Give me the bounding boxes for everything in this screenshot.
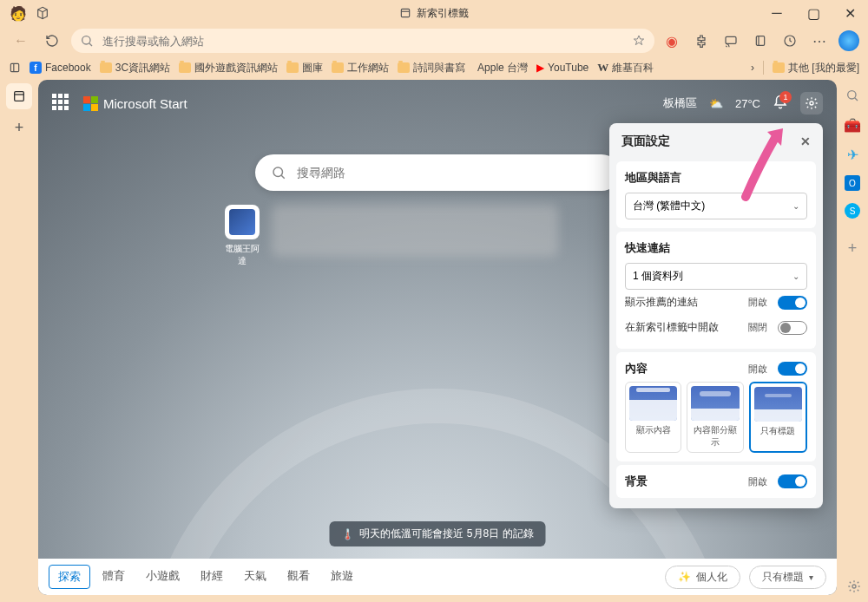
bookmarks-bar: fFacebook 3C資訊網站 國外遊戲資訊網站 圖庫 工作網站 詩詞與書寫 … — [0, 56, 868, 80]
page-settings-panel: 頁面設定 ✕ 地區與語言 台灣 (繁體中文)⌄ 快速連結 1 個資料列⌄ 顯示推… — [609, 123, 823, 508]
feed-tab[interactable]: 觀看 — [279, 565, 319, 589]
feed-tab[interactable]: 探索 — [49, 565, 90, 589]
bookmark-item[interactable]: 國外遊戲資訊網站 — [179, 61, 278, 75]
close-icon[interactable]: ✕ — [800, 134, 811, 148]
svg-point-7 — [848, 91, 856, 99]
newtab-label: 在新索引標籤中開啟 — [625, 320, 719, 335]
region-section-title: 地區與語言 — [625, 170, 807, 186]
settings-title: 頁面設定 — [621, 134, 670, 149]
region-select[interactable]: 台灣 (繁體中文)⌄ — [625, 193, 807, 219]
refresh-button[interactable] — [40, 29, 64, 53]
content-toggle[interactable] — [778, 362, 807, 376]
sidebar-skype-icon[interactable]: S — [845, 203, 860, 219]
bookmark-item[interactable]: fFacebook — [30, 62, 91, 74]
app-launcher-icon[interactable] — [52, 94, 71, 113]
search-icon — [271, 165, 286, 180]
microsoft-start-logo[interactable]: Microsoft Start — [83, 96, 187, 111]
promoted-toggle[interactable] — [778, 296, 807, 310]
temperature: 27°C — [735, 97, 760, 110]
copilot-icon[interactable] — [838, 30, 859, 51]
layout-option[interactable]: 顯示內容 — [625, 382, 681, 453]
favorite-icon[interactable] — [632, 34, 646, 48]
search-icon — [80, 34, 94, 48]
more-icon[interactable]: ⋯ — [809, 30, 830, 51]
bookmark-sidebar-toggle[interactable] — [9, 62, 21, 74]
weather-note[interactable]: 🌡️明天的低溫可能會接近 5月8日 的記錄 — [329, 521, 545, 546]
sidebar-outlook-icon[interactable]: O — [845, 175, 860, 191]
sidebar-telegram-icon[interactable]: ✈ — [844, 146, 861, 163]
quick-link-tile[interactable]: 電腦王阿達 — [225, 205, 260, 267]
collections-icon[interactable] — [750, 30, 771, 51]
svg-rect-5 — [10, 63, 18, 71]
page-settings-button[interactable] — [800, 92, 823, 115]
promoted-links-label: 顯示推薦的連結 — [625, 295, 698, 310]
sidebar-add-icon[interactable]: + — [844, 239, 861, 257]
web-search-box[interactable] — [255, 154, 620, 191]
new-tab-button[interactable]: + — [6, 115, 32, 141]
layout-option[interactable]: 只有標題 — [749, 382, 807, 453]
svg-rect-6 — [15, 92, 24, 101]
newtab-toggle[interactable] — [778, 321, 807, 335]
minimize-button[interactable]: ─ — [759, 0, 795, 26]
svg-point-9 — [273, 167, 283, 177]
tile-label: 電腦王阿達 — [225, 243, 260, 267]
personalize-button[interactable]: ✨個人化 — [665, 566, 740, 589]
location-label[interactable]: 板橋區 — [663, 95, 697, 111]
feed-tab[interactable]: 旅遊 — [322, 565, 362, 589]
layout-select-pill[interactable]: 只有標題 ▾ — [749, 566, 826, 589]
bookmark-item[interactable]: W維基百科 — [597, 61, 654, 75]
window-title: 新索引標籤 — [399, 6, 469, 21]
bookmark-item[interactable]: 詩詞與書寫 — [398, 61, 465, 75]
vertical-tab[interactable] — [6, 83, 32, 109]
layout-option[interactable]: 內容部分顯示 — [687, 382, 743, 453]
svg-point-8 — [810, 101, 813, 105]
address-input[interactable] — [102, 35, 623, 48]
background-toggle[interactable] — [778, 474, 807, 488]
feed-tab[interactable]: 財經 — [192, 565, 232, 589]
extensions-icon[interactable] — [691, 30, 712, 51]
background-title: 背景 — [625, 474, 648, 489]
quicklinks-title: 快速連結 — [625, 240, 807, 256]
sidebar-search-icon[interactable] — [844, 87, 861, 104]
svg-rect-2 — [726, 36, 736, 43]
feed-tab[interactable]: 小遊戲 — [137, 565, 188, 589]
svg-point-1 — [82, 36, 90, 44]
sidebar-shopping-icon[interactable]: 🧰 — [844, 116, 861, 134]
bookmark-overflow[interactable]: › — [751, 62, 754, 74]
svg-rect-3 — [756, 36, 764, 46]
bookmark-item[interactable]: 圖庫 — [286, 61, 323, 75]
bookmark-item[interactable]: Apple 台灣 — [474, 61, 528, 75]
cast-icon[interactable] — [720, 30, 741, 51]
web-search-input[interactable] — [297, 166, 604, 180]
content-title: 內容 — [625, 361, 648, 376]
history-icon[interactable] — [779, 30, 800, 51]
browser-settings-gear[interactable] — [847, 579, 861, 597]
back-button[interactable]: ← — [9, 29, 33, 53]
address-bar[interactable] — [71, 29, 654, 53]
bookmark-item[interactable]: 3C資訊網站 — [100, 61, 170, 75]
app-icon-1[interactable]: ◉ — [661, 30, 682, 51]
weather-icon[interactable]: ⛅ — [709, 97, 723, 110]
svg-rect-0 — [401, 9, 409, 16]
svg-point-10 — [852, 585, 856, 588]
feed-tab[interactable]: 天氣 — [235, 565, 275, 589]
quicklinks-select[interactable]: 1 個資料列⌄ — [625, 263, 807, 290]
bookmark-item[interactable]: ▶YouTube — [536, 62, 589, 74]
close-button[interactable]: ✕ — [832, 0, 868, 26]
blurred-tiles — [272, 205, 558, 257]
maximize-button[interactable]: ▢ — [795, 0, 832, 26]
workspace-icon[interactable]: 🧑 — [10, 5, 26, 21]
bookmark-item[interactable]: 工作網站 — [332, 61, 389, 75]
bookmark-other[interactable]: 其他 [我的最愛] — [773, 61, 859, 75]
cube-icon[interactable] — [35, 5, 50, 21]
notification-bell[interactable]: 1 — [773, 95, 788, 113]
feed-tab[interactable]: 體育 — [94, 565, 134, 589]
